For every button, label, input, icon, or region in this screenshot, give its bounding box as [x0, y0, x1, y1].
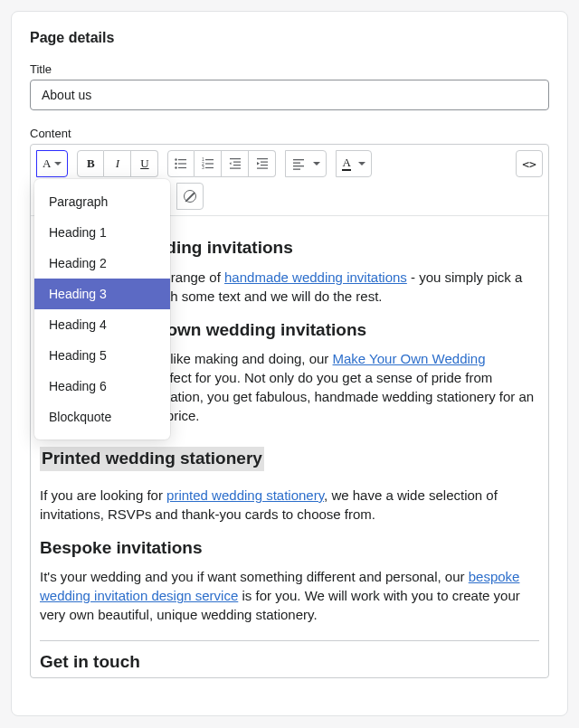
- editor-toolbar: A B I U 123: [31, 145, 548, 216]
- page-details-card: Page details Title Content A B I U: [11, 11, 568, 716]
- italic-button[interactable]: I: [104, 150, 131, 177]
- heading: Get in touch: [40, 650, 539, 675]
- svg-rect-17: [257, 158, 268, 159]
- link-printed[interactable]: printed wedding stationery: [166, 487, 324, 503]
- link-handmade[interactable]: handmade wedding invitations: [224, 269, 407, 285]
- svg-rect-18: [261, 162, 268, 163]
- svg-rect-19: [261, 165, 268, 165]
- text-color-button[interactable]: A: [336, 150, 371, 177]
- svg-rect-1: [178, 159, 186, 160]
- svg-rect-9: [205, 163, 214, 164]
- content-editor: A B I U 123: [30, 144, 549, 678]
- heading-selected: Printed wedding stationery: [40, 447, 264, 471]
- underline-icon: U: [140, 156, 148, 171]
- svg-rect-25: [293, 169, 300, 170]
- outdent-button[interactable]: [222, 150, 249, 177]
- italic-icon: I: [116, 156, 119, 171]
- outdent-icon: [228, 156, 242, 171]
- format-option-heading-5[interactable]: Heading 5: [34, 340, 170, 371]
- bullet-list-button[interactable]: [167, 150, 195, 177]
- svg-rect-14: [233, 165, 241, 165]
- caret-down-icon: [313, 162, 320, 165]
- svg-rect-3: [178, 163, 186, 164]
- divider: [40, 640, 539, 641]
- caret-down-icon: [54, 162, 62, 165]
- ordered-list-button[interactable]: 123: [195, 150, 222, 177]
- svg-marker-16: [229, 162, 231, 165]
- align-dropdown-button[interactable]: [285, 150, 327, 177]
- format-dropdown-button[interactable]: A: [36, 150, 68, 177]
- underline-button[interactable]: U: [131, 150, 158, 177]
- svg-rect-12: [230, 158, 241, 159]
- indent-icon: [255, 156, 270, 171]
- svg-rect-23: [293, 163, 300, 164]
- svg-marker-21: [257, 162, 260, 165]
- format-option-blockquote[interactable]: Blockquote: [34, 402, 170, 432]
- paragraph: If you are looking for printed wedding s…: [40, 486, 539, 524]
- bold-icon: B: [87, 156, 95, 171]
- svg-rect-20: [257, 168, 268, 169]
- svg-text:3: 3: [202, 165, 204, 170]
- svg-rect-5: [178, 167, 186, 168]
- svg-point-4: [176, 166, 177, 168]
- ordered-list-icon: 123: [201, 156, 215, 171]
- svg-rect-15: [230, 168, 241, 169]
- code-icon: <>: [522, 157, 536, 171]
- svg-rect-7: [205, 159, 214, 160]
- text-color-icon: A: [342, 156, 350, 171]
- title-label: Title: [30, 62, 549, 76]
- format-letter-icon: A: [43, 156, 51, 171]
- align-left-icon: [291, 156, 306, 171]
- svg-rect-24: [293, 165, 304, 166]
- code-view-button[interactable]: <>: [516, 150, 543, 177]
- svg-point-2: [176, 163, 177, 165]
- svg-rect-22: [293, 159, 304, 160]
- svg-point-0: [176, 158, 177, 160]
- prohibit-icon: [184, 190, 196, 203]
- svg-rect-11: [205, 167, 214, 168]
- heading: Bespoke invitations: [40, 536, 539, 561]
- caret-down-icon: [358, 162, 365, 165]
- format-dropdown-menu: Paragraph Heading 1 Heading 2 Heading 3 …: [34, 179, 170, 440]
- format-option-heading-1[interactable]: Heading 1: [34, 217, 170, 248]
- indent-button[interactable]: [249, 150, 276, 177]
- svg-rect-13: [233, 162, 241, 163]
- clear-format-button[interactable]: [176, 183, 204, 210]
- title-input[interactable]: [30, 80, 549, 110]
- content-label: Content: [30, 127, 549, 140]
- bold-button[interactable]: B: [77, 150, 104, 177]
- page-title: Page details: [30, 30, 549, 46]
- format-option-heading-6[interactable]: Heading 6: [34, 371, 170, 402]
- format-option-paragraph[interactable]: Paragraph: [34, 186, 170, 217]
- toolbar-row-1: A B I U 123: [36, 150, 543, 177]
- format-option-heading-4[interactable]: Heading 4: [34, 309, 170, 340]
- format-option-heading-2[interactable]: Heading 2: [34, 248, 170, 279]
- bullet-list-icon: [174, 156, 188, 171]
- paragraph: It's your wedding and you if want someth…: [40, 567, 539, 624]
- format-option-heading-3[interactable]: Heading 3: [34, 279, 170, 309]
